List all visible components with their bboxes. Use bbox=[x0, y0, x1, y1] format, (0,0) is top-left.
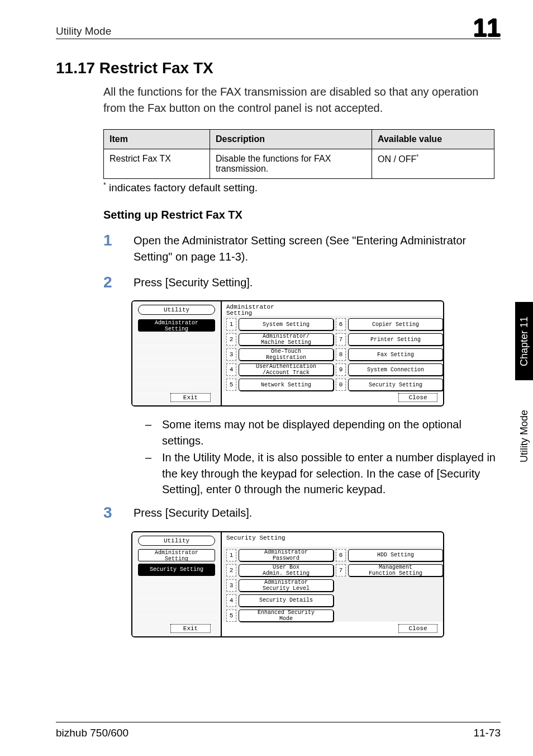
step-number: 3 bbox=[103, 505, 117, 521]
footer-page: 11-73 bbox=[473, 727, 501, 739]
subheading: Setting up Restrict Fax TX bbox=[103, 209, 501, 221]
footnote: * indicates factory default setting. bbox=[103, 181, 501, 194]
menu-num: 5 bbox=[226, 609, 236, 622]
bullet-dash: – bbox=[145, 417, 152, 448]
menu-num: 4 bbox=[226, 594, 236, 607]
bullet-dash: – bbox=[145, 450, 152, 497]
menu-num: 6 bbox=[336, 549, 346, 561]
footer-model: bizhub 750/600 bbox=[56, 727, 129, 739]
menu-btn-system-setting[interactable]: System Setting bbox=[239, 318, 334, 330]
menu-num: 2 bbox=[226, 564, 236, 577]
menu-num: 1 bbox=[226, 549, 236, 561]
th-desc: Description bbox=[210, 129, 372, 149]
header-chapter-number: 11 bbox=[473, 18, 501, 37]
ss-title: Security Setting bbox=[223, 532, 443, 544]
menu-btn-copier-setting[interactable]: Copier Setting bbox=[348, 318, 443, 330]
table-row: Restrict Fax TX Disable the functions fo… bbox=[104, 149, 494, 178]
menu-num: 4 bbox=[226, 363, 236, 376]
menu-btn-admin-password[interactable]: Administrator Password bbox=[239, 549, 334, 561]
close-button[interactable]: Close bbox=[398, 624, 437, 633]
menu-btn-security-details[interactable]: Security Details bbox=[239, 594, 334, 607]
step-2: 2 Press [Security Setting]. bbox=[103, 275, 501, 290]
th-item: Item bbox=[104, 129, 210, 149]
menu-btn-mgmt-func[interactable]: Management Function Setting bbox=[348, 564, 443, 577]
bullet-text: In the Utility Mode, it is also possible… bbox=[162, 450, 501, 497]
screenshot-security-setting: Utility Administrator Setting Security S… bbox=[131, 531, 444, 637]
exit-button[interactable]: Exit bbox=[170, 624, 211, 633]
step-text: Press [Security Setting]. bbox=[134, 275, 501, 290]
section-title: 11.17 Restrict Fax TX bbox=[56, 59, 501, 77]
step-3: 3 Press [Security Details]. bbox=[103, 505, 501, 521]
menu-num: 6 bbox=[336, 318, 346, 330]
menu-btn-printer-setting[interactable]: Printer Setting bbox=[348, 333, 443, 346]
menu-num: 7 bbox=[336, 564, 346, 577]
page-footer: bizhub 750/600 11-73 bbox=[56, 722, 501, 739]
ss-left-tab[interactable]: Utility bbox=[138, 536, 215, 546]
screenshot-admin-setting: Utility Administrator Setting Exit Admin… bbox=[131, 300, 444, 407]
menu-num: 0 bbox=[336, 379, 346, 391]
menu-btn-network-setting[interactable]: Network Setting bbox=[239, 379, 334, 391]
ss-sidebar-item-security[interactable]: Security Setting bbox=[138, 564, 215, 576]
notes-list: –Some items may not be displayed dependi… bbox=[145, 417, 501, 497]
menu-btn-admin-sec-level[interactable]: Administrator Security Level bbox=[239, 579, 334, 592]
step-text: Press [Security Details]. bbox=[134, 505, 501, 521]
menu-btn-security-setting[interactable]: Security Setting bbox=[348, 379, 443, 391]
td-desc: Disable the functions for FAX transmissi… bbox=[210, 149, 372, 178]
menu-num: 2 bbox=[226, 333, 236, 346]
menu-btn-fax-setting[interactable]: Fax Setting bbox=[348, 348, 443, 361]
td-avail: ON / OFF* bbox=[372, 149, 494, 178]
menu-num: 9 bbox=[336, 363, 346, 376]
menu-num: 3 bbox=[226, 348, 236, 361]
ss-menu-grid: 1 System Setting 6 Copier Setting 2 Admi… bbox=[223, 316, 443, 391]
td-item: Restrict Fax TX bbox=[104, 149, 210, 178]
menu-num: 3 bbox=[226, 579, 236, 592]
ss-sidebar-item-admin[interactable]: Administrator Setting bbox=[138, 549, 215, 561]
menu-btn-userbox[interactable]: User Box Admin. Setting bbox=[239, 564, 334, 577]
menu-num: 5 bbox=[226, 379, 236, 391]
menu-btn-system-connection[interactable]: System Connection bbox=[348, 363, 443, 376]
ss-left-tab[interactable]: Utility bbox=[138, 305, 215, 315]
menu-btn-admin-machine[interactable]: Administrator/ Machine Setting bbox=[239, 333, 334, 346]
exit-button[interactable]: Exit bbox=[170, 393, 211, 402]
th-avail: Available value bbox=[372, 129, 494, 149]
page-header: Utility Mode 11 bbox=[56, 18, 501, 39]
spec-table: Item Description Available value Restric… bbox=[103, 129, 494, 179]
header-section: Utility Mode bbox=[56, 25, 111, 37]
ss-sidebar-item[interactable]: Administrator Setting bbox=[138, 319, 215, 332]
intro-paragraph: All the functions for the FAX transmissi… bbox=[103, 84, 501, 116]
menu-num: 1 bbox=[226, 318, 236, 330]
ss-menu-grid: 1 Administrator Password 6 HDD Setting 2… bbox=[223, 547, 443, 622]
step-1: 1 Open the Administrator Setting screen … bbox=[103, 233, 501, 264]
menu-btn-enhanced-sec[interactable]: Enhanced Security Mode bbox=[239, 609, 334, 622]
menu-num: 8 bbox=[336, 348, 346, 361]
step-number: 1 bbox=[103, 233, 117, 264]
close-button[interactable]: Close bbox=[398, 393, 437, 402]
step-number: 2 bbox=[103, 275, 117, 290]
menu-btn-onetouch[interactable]: One-Touch Registration bbox=[239, 348, 334, 361]
side-tab: Chapter 11 Utility Mode bbox=[515, 302, 533, 492]
side-tab-section: Utility Mode bbox=[515, 380, 533, 492]
step-text: Open the Administrator Setting screen (S… bbox=[134, 233, 501, 264]
menu-btn-hdd-setting[interactable]: HDD Setting bbox=[348, 549, 443, 561]
menu-num: 7 bbox=[336, 333, 346, 346]
bullet-text: Some items may not be displayed dependin… bbox=[162, 417, 501, 448]
side-tab-chapter: Chapter 11 bbox=[515, 302, 533, 380]
menu-btn-user-auth[interactable]: UserAuthentication /Account Track bbox=[239, 363, 334, 376]
